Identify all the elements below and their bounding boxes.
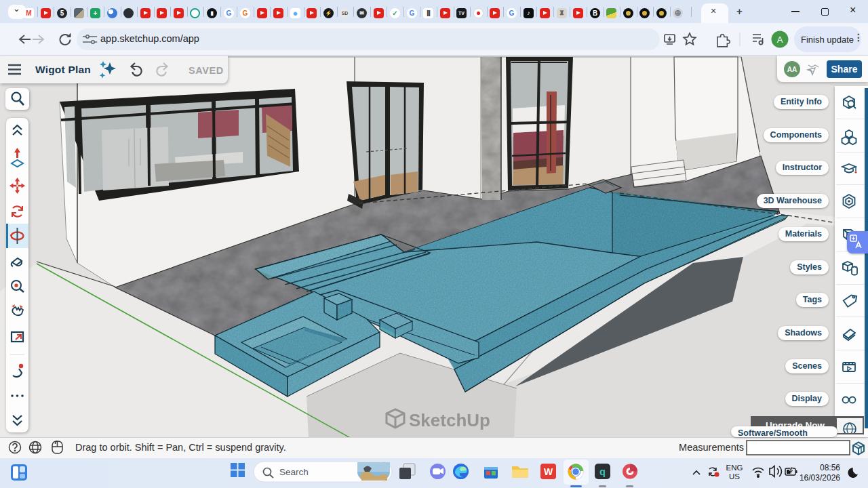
svg-text:q: q [599,467,606,479]
svg-text:AA: AA [787,66,797,73]
svg-text:A: A [777,35,783,45]
svg-text:SketchUp: SketchUp [409,410,490,430]
svg-text:16/03/2026: 16/03/2026 [800,473,840,483]
svg-text:08:56: 08:56 [820,463,840,472]
svg-text:W: W [544,466,553,477]
svg-text:US: US [729,472,740,481]
svg-text:Wigot Plan: Wigot Plan [35,64,91,75]
svg-text:Share: Share [831,64,858,75]
svg-text:SAVED: SAVED [189,65,224,76]
svg-text:Drag to orbit. Shift = Pan, Ct: Drag to orbit. Shift = Pan, Ctrl = suspe… [75,442,286,453]
svg-text:Measurements: Measurements [679,442,744,453]
svg-text:ENG: ENG [726,464,743,472]
svg-text:Search: Search [279,467,309,477]
